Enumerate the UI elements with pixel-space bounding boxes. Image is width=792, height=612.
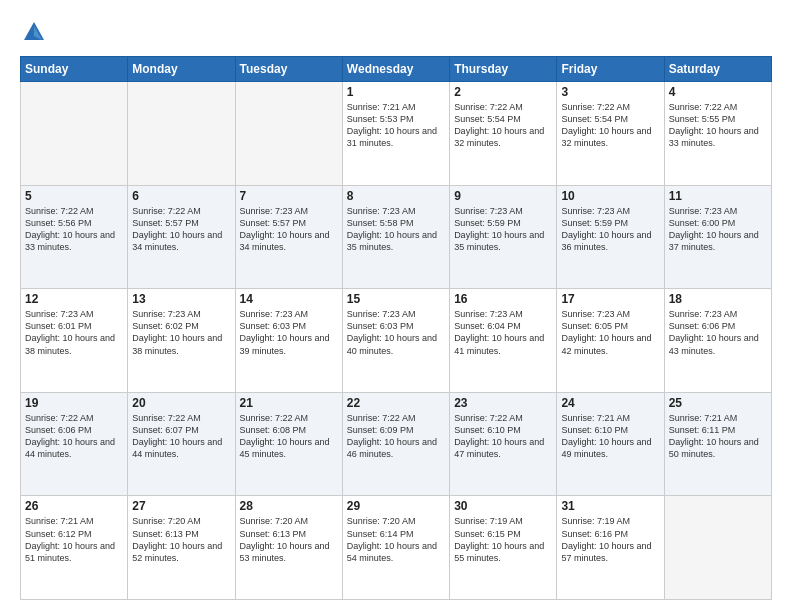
day-of-week-header: Sunday: [21, 57, 128, 82]
calendar-day-cell: [21, 82, 128, 186]
calendar-day-cell: 28Sunrise: 7:20 AM Sunset: 6:13 PM Dayli…: [235, 496, 342, 600]
day-of-week-header: Tuesday: [235, 57, 342, 82]
day-number: 6: [132, 189, 230, 203]
day-info: Sunrise: 7:21 AM Sunset: 6:12 PM Dayligh…: [25, 515, 123, 564]
day-info: Sunrise: 7:22 AM Sunset: 5:54 PM Dayligh…: [561, 101, 659, 150]
day-info: Sunrise: 7:23 AM Sunset: 5:57 PM Dayligh…: [240, 205, 338, 254]
day-number: 17: [561, 292, 659, 306]
calendar-day-cell: 25Sunrise: 7:21 AM Sunset: 6:11 PM Dayli…: [664, 392, 771, 496]
day-info: Sunrise: 7:20 AM Sunset: 6:13 PM Dayligh…: [132, 515, 230, 564]
calendar-day-cell: 2Sunrise: 7:22 AM Sunset: 5:54 PM Daylig…: [450, 82, 557, 186]
day-of-week-header: Saturday: [664, 57, 771, 82]
calendar-day-cell: 11Sunrise: 7:23 AM Sunset: 6:00 PM Dayli…: [664, 185, 771, 289]
calendar-day-cell: [664, 496, 771, 600]
day-number: 1: [347, 85, 445, 99]
day-info: Sunrise: 7:22 AM Sunset: 6:10 PM Dayligh…: [454, 412, 552, 461]
calendar-week-row: 1Sunrise: 7:21 AM Sunset: 5:53 PM Daylig…: [21, 82, 772, 186]
day-number: 29: [347, 499, 445, 513]
day-number: 22: [347, 396, 445, 410]
calendar-day-cell: 9Sunrise: 7:23 AM Sunset: 5:59 PM Daylig…: [450, 185, 557, 289]
calendar-day-cell: 22Sunrise: 7:22 AM Sunset: 6:09 PM Dayli…: [342, 392, 449, 496]
calendar-day-cell: 3Sunrise: 7:22 AM Sunset: 5:54 PM Daylig…: [557, 82, 664, 186]
day-number: 23: [454, 396, 552, 410]
calendar-day-cell: 27Sunrise: 7:20 AM Sunset: 6:13 PM Dayli…: [128, 496, 235, 600]
day-info: Sunrise: 7:22 AM Sunset: 5:54 PM Dayligh…: [454, 101, 552, 150]
calendar-day-cell: 1Sunrise: 7:21 AM Sunset: 5:53 PM Daylig…: [342, 82, 449, 186]
logo-icon: [20, 18, 48, 46]
day-info: Sunrise: 7:23 AM Sunset: 6:00 PM Dayligh…: [669, 205, 767, 254]
logo: [20, 18, 52, 46]
calendar-day-cell: 6Sunrise: 7:22 AM Sunset: 5:57 PM Daylig…: [128, 185, 235, 289]
day-of-week-header: Wednesday: [342, 57, 449, 82]
calendar-day-cell: 8Sunrise: 7:23 AM Sunset: 5:58 PM Daylig…: [342, 185, 449, 289]
calendar-day-cell: 15Sunrise: 7:23 AM Sunset: 6:03 PM Dayli…: [342, 289, 449, 393]
calendar-day-cell: 10Sunrise: 7:23 AM Sunset: 5:59 PM Dayli…: [557, 185, 664, 289]
day-number: 13: [132, 292, 230, 306]
day-info: Sunrise: 7:22 AM Sunset: 5:57 PM Dayligh…: [132, 205, 230, 254]
calendar-day-cell: 16Sunrise: 7:23 AM Sunset: 6:04 PM Dayli…: [450, 289, 557, 393]
day-number: 3: [561, 85, 659, 99]
day-number: 15: [347, 292, 445, 306]
calendar-day-cell: 26Sunrise: 7:21 AM Sunset: 6:12 PM Dayli…: [21, 496, 128, 600]
day-number: 4: [669, 85, 767, 99]
day-info: Sunrise: 7:22 AM Sunset: 6:06 PM Dayligh…: [25, 412, 123, 461]
day-number: 26: [25, 499, 123, 513]
page: SundayMondayTuesdayWednesdayThursdayFrid…: [0, 0, 792, 612]
day-info: Sunrise: 7:21 AM Sunset: 5:53 PM Dayligh…: [347, 101, 445, 150]
day-number: 8: [347, 189, 445, 203]
day-info: Sunrise: 7:21 AM Sunset: 6:11 PM Dayligh…: [669, 412, 767, 461]
calendar-day-cell: 17Sunrise: 7:23 AM Sunset: 6:05 PM Dayli…: [557, 289, 664, 393]
day-number: 27: [132, 499, 230, 513]
day-info: Sunrise: 7:22 AM Sunset: 6:08 PM Dayligh…: [240, 412, 338, 461]
day-number: 31: [561, 499, 659, 513]
calendar-day-cell: 14Sunrise: 7:23 AM Sunset: 6:03 PM Dayli…: [235, 289, 342, 393]
day-info: Sunrise: 7:23 AM Sunset: 6:06 PM Dayligh…: [669, 308, 767, 357]
day-number: 16: [454, 292, 552, 306]
day-number: 21: [240, 396, 338, 410]
day-number: 11: [669, 189, 767, 203]
day-info: Sunrise: 7:23 AM Sunset: 6:05 PM Dayligh…: [561, 308, 659, 357]
day-number: 14: [240, 292, 338, 306]
calendar-day-cell: 5Sunrise: 7:22 AM Sunset: 5:56 PM Daylig…: [21, 185, 128, 289]
day-info: Sunrise: 7:22 AM Sunset: 5:55 PM Dayligh…: [669, 101, 767, 150]
day-info: Sunrise: 7:23 AM Sunset: 5:59 PM Dayligh…: [561, 205, 659, 254]
day-number: 5: [25, 189, 123, 203]
day-info: Sunrise: 7:23 AM Sunset: 6:01 PM Dayligh…: [25, 308, 123, 357]
day-of-week-header: Monday: [128, 57, 235, 82]
day-info: Sunrise: 7:19 AM Sunset: 6:15 PM Dayligh…: [454, 515, 552, 564]
calendar-day-cell: 21Sunrise: 7:22 AM Sunset: 6:08 PM Dayli…: [235, 392, 342, 496]
calendar-week-row: 26Sunrise: 7:21 AM Sunset: 6:12 PM Dayli…: [21, 496, 772, 600]
day-number: 28: [240, 499, 338, 513]
day-number: 19: [25, 396, 123, 410]
day-info: Sunrise: 7:22 AM Sunset: 6:09 PM Dayligh…: [347, 412, 445, 461]
day-number: 10: [561, 189, 659, 203]
day-number: 20: [132, 396, 230, 410]
calendar-day-cell: 30Sunrise: 7:19 AM Sunset: 6:15 PM Dayli…: [450, 496, 557, 600]
day-number: 12: [25, 292, 123, 306]
calendar-week-row: 12Sunrise: 7:23 AM Sunset: 6:01 PM Dayli…: [21, 289, 772, 393]
day-info: Sunrise: 7:23 AM Sunset: 5:58 PM Dayligh…: [347, 205, 445, 254]
calendar-day-cell: [235, 82, 342, 186]
calendar-day-cell: 13Sunrise: 7:23 AM Sunset: 6:02 PM Dayli…: [128, 289, 235, 393]
day-info: Sunrise: 7:20 AM Sunset: 6:13 PM Dayligh…: [240, 515, 338, 564]
calendar-day-cell: 23Sunrise: 7:22 AM Sunset: 6:10 PM Dayli…: [450, 392, 557, 496]
header: [20, 18, 772, 46]
calendar-day-cell: [128, 82, 235, 186]
calendar-day-cell: 20Sunrise: 7:22 AM Sunset: 6:07 PM Dayli…: [128, 392, 235, 496]
day-number: 24: [561, 396, 659, 410]
calendar-week-row: 19Sunrise: 7:22 AM Sunset: 6:06 PM Dayli…: [21, 392, 772, 496]
calendar-header-row: SundayMondayTuesdayWednesdayThursdayFrid…: [21, 57, 772, 82]
calendar-day-cell: 31Sunrise: 7:19 AM Sunset: 6:16 PM Dayli…: [557, 496, 664, 600]
day-info: Sunrise: 7:22 AM Sunset: 6:07 PM Dayligh…: [132, 412, 230, 461]
calendar-day-cell: 24Sunrise: 7:21 AM Sunset: 6:10 PM Dayli…: [557, 392, 664, 496]
day-info: Sunrise: 7:23 AM Sunset: 6:02 PM Dayligh…: [132, 308, 230, 357]
day-info: Sunrise: 7:21 AM Sunset: 6:10 PM Dayligh…: [561, 412, 659, 461]
day-number: 30: [454, 499, 552, 513]
day-info: Sunrise: 7:19 AM Sunset: 6:16 PM Dayligh…: [561, 515, 659, 564]
calendar-day-cell: 12Sunrise: 7:23 AM Sunset: 6:01 PM Dayli…: [21, 289, 128, 393]
day-info: Sunrise: 7:22 AM Sunset: 5:56 PM Dayligh…: [25, 205, 123, 254]
day-number: 2: [454, 85, 552, 99]
day-info: Sunrise: 7:23 AM Sunset: 6:04 PM Dayligh…: [454, 308, 552, 357]
calendar-table: SundayMondayTuesdayWednesdayThursdayFrid…: [20, 56, 772, 600]
calendar-day-cell: 7Sunrise: 7:23 AM Sunset: 5:57 PM Daylig…: [235, 185, 342, 289]
